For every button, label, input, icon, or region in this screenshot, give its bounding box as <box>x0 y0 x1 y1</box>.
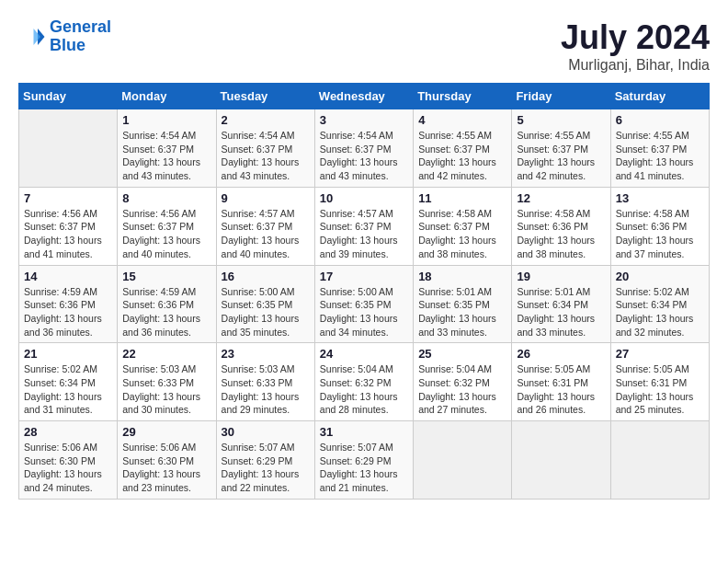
day-cell: 25 Sunrise: 5:04 AMSunset: 6:32 PMDaylig… <box>414 343 512 421</box>
day-number: 31 <box>320 425 408 439</box>
header-cell-saturday: Saturday <box>610 84 709 109</box>
day-number: 25 <box>418 347 506 361</box>
day-cell: 30 Sunrise: 5:07 AMSunset: 6:29 PMDaylig… <box>216 421 314 500</box>
day-number: 11 <box>418 191 506 205</box>
day-cell: 8 Sunrise: 4:56 AMSunset: 6:37 PMDayligh… <box>118 187 216 265</box>
day-number: 30 <box>222 425 310 439</box>
day-cell: 17 Sunrise: 5:00 AMSunset: 6:35 PMDaylig… <box>314 265 413 343</box>
day-info: Sunrise: 5:01 AMSunset: 6:35 PMDaylight:… <box>418 285 506 339</box>
day-cell: 26 Sunrise: 5:05 AMSunset: 6:31 PMDaylig… <box>512 343 610 421</box>
day-info: Sunrise: 5:02 AMSunset: 6:34 PMDaylight:… <box>24 362 112 417</box>
day-number: 27 <box>616 347 704 361</box>
day-cell: 14 Sunrise: 4:59 AMSunset: 6:36 PMDaylig… <box>19 265 118 343</box>
day-number: 18 <box>418 270 506 283</box>
page-header: General Blue July 2024 Murliganj, Bihar,… <box>18 18 710 74</box>
day-cell: 29 Sunrise: 5:06 AMSunset: 6:30 PMDaylig… <box>118 421 216 500</box>
day-cell <box>512 421 610 500</box>
day-info: Sunrise: 5:02 AMSunset: 6:34 PMDaylight:… <box>616 285 704 339</box>
day-info: Sunrise: 5:04 AMSunset: 6:32 PMDaylight:… <box>418 362 506 417</box>
day-info: Sunrise: 5:06 AMSunset: 6:30 PMDaylight:… <box>24 441 112 495</box>
day-cell: 1 Sunrise: 4:54 AMSunset: 6:37 PMDayligh… <box>118 109 216 188</box>
day-number: 2 <box>222 113 310 127</box>
day-info: Sunrise: 4:55 AMSunset: 6:37 PMDaylight:… <box>616 129 704 183</box>
week-row-5: 28 Sunrise: 5:06 AMSunset: 6:30 PMDaylig… <box>19 421 710 500</box>
day-info: Sunrise: 5:04 AMSunset: 6:32 PMDaylight:… <box>320 362 408 417</box>
month-year: July 2024 <box>561 18 710 57</box>
day-info: Sunrise: 4:59 AMSunset: 6:36 PMDaylight:… <box>122 285 210 339</box>
day-number: 12 <box>517 191 605 205</box>
day-cell: 27 Sunrise: 5:05 AMSunset: 6:31 PMDaylig… <box>610 343 709 421</box>
header-cell-friday: Friday <box>512 84 610 109</box>
day-number: 26 <box>517 347 605 361</box>
day-number: 16 <box>222 270 310 283</box>
logo: General Blue <box>18 18 111 55</box>
calendar-table: SundayMondayTuesdayWednesdayThursdayFrid… <box>18 83 710 500</box>
day-info: Sunrise: 4:58 AMSunset: 6:36 PMDaylight:… <box>517 207 605 261</box>
day-number: 7 <box>24 191 112 205</box>
header-row: SundayMondayTuesdayWednesdayThursdayFrid… <box>19 84 710 109</box>
day-cell: 24 Sunrise: 5:04 AMSunset: 6:32 PMDaylig… <box>314 343 413 421</box>
day-cell: 11 Sunrise: 4:58 AMSunset: 6:37 PMDaylig… <box>414 187 512 265</box>
day-info: Sunrise: 5:00 AMSunset: 6:35 PMDaylight:… <box>222 285 310 339</box>
day-info: Sunrise: 4:56 AMSunset: 6:37 PMDaylight:… <box>24 207 112 261</box>
day-info: Sunrise: 4:57 AMSunset: 6:37 PMDaylight:… <box>222 207 310 261</box>
week-row-4: 21 Sunrise: 5:02 AMSunset: 6:34 PMDaylig… <box>19 343 710 421</box>
logo-icon <box>18 23 46 51</box>
day-number: 22 <box>122 347 210 361</box>
day-cell: 15 Sunrise: 4:59 AMSunset: 6:36 PMDaylig… <box>118 265 216 343</box>
day-number: 19 <box>517 270 605 283</box>
day-info: Sunrise: 4:55 AMSunset: 6:37 PMDaylight:… <box>418 129 506 183</box>
day-cell: 10 Sunrise: 4:57 AMSunset: 6:37 PMDaylig… <box>314 187 413 265</box>
day-number: 24 <box>320 347 408 361</box>
day-info: Sunrise: 5:05 AMSunset: 6:31 PMDaylight:… <box>616 362 704 417</box>
day-info: Sunrise: 5:07 AMSunset: 6:29 PMDaylight:… <box>222 441 310 495</box>
day-number: 20 <box>616 270 704 283</box>
day-cell: 31 Sunrise: 5:07 AMSunset: 6:29 PMDaylig… <box>314 421 413 500</box>
day-number: 21 <box>24 347 112 361</box>
day-cell: 28 Sunrise: 5:06 AMSunset: 6:30 PMDaylig… <box>19 421 118 500</box>
day-cell: 2 Sunrise: 4:54 AMSunset: 6:37 PMDayligh… <box>216 109 314 188</box>
day-cell: 7 Sunrise: 4:56 AMSunset: 6:37 PMDayligh… <box>19 187 118 265</box>
day-number: 14 <box>24 270 112 283</box>
day-info: Sunrise: 4:59 AMSunset: 6:36 PMDaylight:… <box>24 285 112 339</box>
day-number: 13 <box>616 191 704 205</box>
header-cell-tuesday: Tuesday <box>216 84 314 109</box>
day-cell: 18 Sunrise: 5:01 AMSunset: 6:35 PMDaylig… <box>414 265 512 343</box>
day-info: Sunrise: 5:05 AMSunset: 6:31 PMDaylight:… <box>517 362 605 417</box>
logo-line1: General <box>50 17 111 36</box>
day-cell: 6 Sunrise: 4:55 AMSunset: 6:37 PMDayligh… <box>610 109 709 188</box>
day-cell: 22 Sunrise: 5:03 AMSunset: 6:33 PMDaylig… <box>118 343 216 421</box>
week-row-1: 1 Sunrise: 4:54 AMSunset: 6:37 PMDayligh… <box>19 109 710 188</box>
week-row-3: 14 Sunrise: 4:59 AMSunset: 6:36 PMDaylig… <box>19 265 710 343</box>
day-number: 1 <box>122 113 210 127</box>
day-info: Sunrise: 4:55 AMSunset: 6:37 PMDaylight:… <box>517 129 605 183</box>
day-info: Sunrise: 4:58 AMSunset: 6:36 PMDaylight:… <box>616 207 704 261</box>
day-info: Sunrise: 4:54 AMSunset: 6:37 PMDaylight:… <box>320 129 408 183</box>
logo-line2: Blue <box>50 36 85 54</box>
header-cell-thursday: Thursday <box>414 84 512 109</box>
day-cell: 5 Sunrise: 4:55 AMSunset: 6:37 PMDayligh… <box>512 109 610 188</box>
header-cell-wednesday: Wednesday <box>314 84 413 109</box>
header-cell-monday: Monday <box>118 84 216 109</box>
day-info: Sunrise: 5:06 AMSunset: 6:30 PMDaylight:… <box>122 441 210 495</box>
day-cell: 21 Sunrise: 5:02 AMSunset: 6:34 PMDaylig… <box>19 343 118 421</box>
day-info: Sunrise: 4:54 AMSunset: 6:37 PMDaylight:… <box>122 129 210 183</box>
day-info: Sunrise: 5:00 AMSunset: 6:35 PMDaylight:… <box>320 285 408 339</box>
title-block: July 2024 Murliganj, Bihar, India <box>561 18 710 74</box>
day-info: Sunrise: 5:01 AMSunset: 6:34 PMDaylight:… <box>517 285 605 339</box>
day-cell: 20 Sunrise: 5:02 AMSunset: 6:34 PMDaylig… <box>610 265 709 343</box>
day-number: 8 <box>122 191 210 205</box>
day-cell <box>19 109 118 188</box>
day-info: Sunrise: 4:54 AMSunset: 6:37 PMDaylight:… <box>222 129 310 183</box>
day-info: Sunrise: 5:03 AMSunset: 6:33 PMDaylight:… <box>122 362 210 417</box>
day-info: Sunrise: 5:03 AMSunset: 6:33 PMDaylight:… <box>222 362 310 417</box>
calendar-header: SundayMondayTuesdayWednesdayThursdayFrid… <box>19 84 710 109</box>
day-number: 17 <box>320 270 408 283</box>
day-number: 9 <box>222 191 310 205</box>
calendar-body: 1 Sunrise: 4:54 AMSunset: 6:37 PMDayligh… <box>19 109 710 500</box>
location: Murliganj, Bihar, India <box>561 57 710 74</box>
day-cell: 4 Sunrise: 4:55 AMSunset: 6:37 PMDayligh… <box>414 109 512 188</box>
day-number: 3 <box>320 113 408 127</box>
day-cell <box>414 421 512 500</box>
day-number: 29 <box>122 425 210 439</box>
